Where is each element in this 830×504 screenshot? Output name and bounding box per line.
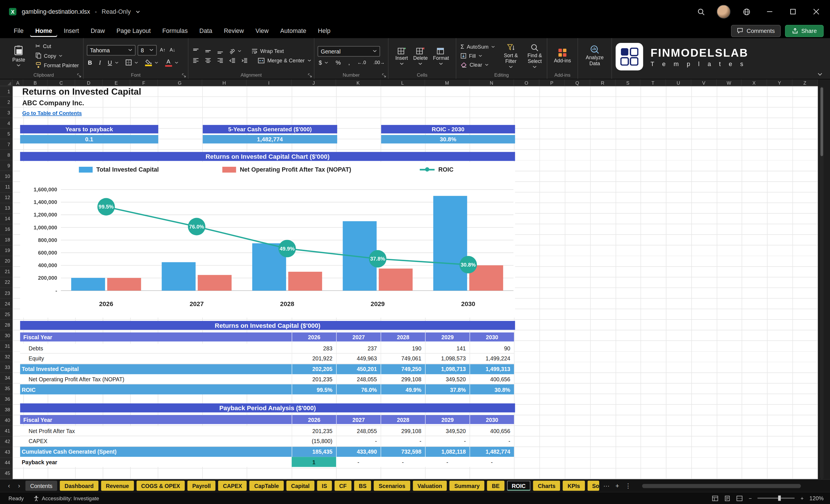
- zoom-in-button[interactable]: +: [801, 495, 804, 501]
- column-header-E[interactable]: E: [103, 80, 130, 86]
- cell[interactable]: 237: [336, 344, 380, 353]
- table-row-roic[interactable]: ROIC99.5%76.0%49.9%37.8%30.8%: [20, 384, 514, 395]
- row-header-12[interactable]: 12: [0, 192, 12, 203]
- table-row-net-profit-after-tax[interactable]: Net Profit After Tax201,235248,055299,10…: [20, 426, 514, 437]
- collapse-ribbon-icon[interactable]: [818, 73, 823, 76]
- fiscal-year-cell[interactable]: 2027: [336, 333, 380, 341]
- fiscal-year-cell[interactable]: 2026: [292, 415, 336, 424]
- sheet-nav-left-icon[interactable]: ‹: [5, 482, 13, 490]
- more-sheets-button[interactable]: ···: [602, 482, 611, 490]
- autosum-button[interactable]: ΣAutoSum: [459, 43, 496, 50]
- sort-filter-button[interactable]: Sort & Filter: [501, 43, 520, 68]
- sheet-tab-capex[interactable]: CAPEX: [218, 480, 247, 491]
- sheet-tab-so[interactable]: So: [587, 480, 599, 491]
- cell[interactable]: 400,656: [470, 374, 514, 384]
- cell[interactable]: 1,499,313: [470, 364, 514, 374]
- column-header-X[interactable]: X: [742, 80, 767, 86]
- sheet-tab-capital[interactable]: Capital: [286, 480, 314, 491]
- dialog-launcher-icon[interactable]: [308, 73, 312, 78]
- cell[interactable]: 433,490: [336, 446, 380, 457]
- user-avatar[interactable]: [717, 5, 731, 19]
- cell[interactable]: 732,598: [381, 446, 425, 457]
- sheet-tab-charts[interactable]: Charts: [533, 480, 560, 491]
- vertical-scrollbar[interactable]: [820, 86, 824, 479]
- cell[interactable]: 1,098,573: [425, 354, 469, 364]
- row-header-33[interactable]: 33: [0, 363, 12, 373]
- cell[interactable]: 37.8%: [425, 384, 469, 395]
- row-header-36[interactable]: 36: [0, 394, 12, 405]
- fiscal-year-cell[interactable]: 2029: [425, 333, 469, 341]
- row-header-18[interactable]: 18: [0, 235, 12, 245]
- column-header-I[interactable]: I: [247, 80, 291, 86]
- add-ins-button[interactable]: Add-ins: [554, 48, 571, 64]
- cell[interactable]: 1,098,713: [425, 364, 469, 374]
- page-layout-view-button[interactable]: [725, 495, 731, 501]
- font-family-select[interactable]: Tahoma: [87, 44, 135, 55]
- column-header-F[interactable]: F: [130, 80, 158, 86]
- sheet-tab-be[interactable]: BE: [487, 480, 504, 491]
- table-row-payback-year[interactable]: Payback year1----: [20, 457, 514, 467]
- clear-button[interactable]: Clear: [459, 62, 496, 68]
- zoom-slider-thumb[interactable]: [778, 496, 781, 501]
- cell[interactable]: 99.5%: [292, 384, 336, 395]
- column-header-Z[interactable]: Z: [793, 80, 818, 86]
- column-header-W[interactable]: W: [717, 80, 742, 86]
- column-header-H[interactable]: H: [202, 80, 247, 86]
- cell[interactable]: 49.9%: [381, 384, 425, 395]
- fill-color-button[interactable]: [144, 59, 159, 67]
- column-header-O[interactable]: O: [514, 80, 539, 86]
- font-color-button[interactable]: A: [164, 58, 179, 67]
- row-header-8[interactable]: 8: [0, 150, 12, 160]
- zoom-slider[interactable]: [758, 498, 795, 499]
- borders-button[interactable]: [124, 59, 139, 66]
- row-header-35[interactable]: 35: [0, 384, 12, 394]
- cell[interactable]: 1: [292, 457, 336, 467]
- cell[interactable]: (15,800): [292, 437, 336, 446]
- cell[interactable]: 30.8%: [470, 384, 514, 395]
- row-header-30[interactable]: 30: [0, 330, 12, 341]
- row-header-21[interactable]: 21: [0, 267, 12, 278]
- dialog-launcher-icon[interactable]: [77, 73, 82, 78]
- sheet-tab-cf[interactable]: CF: [334, 480, 351, 491]
- align-right-button[interactable]: [216, 57, 225, 64]
- decrease-indent-button[interactable]: [228, 57, 237, 64]
- row-header-43[interactable]: 43: [0, 447, 12, 458]
- table-row-total-invested-capital[interactable]: Total Invested Capital202,205450,201749,…: [20, 364, 514, 374]
- sheet-tab-valuation[interactable]: Valuation: [413, 480, 447, 491]
- menu-tab-home[interactable]: Home: [30, 25, 58, 37]
- format-cells-button[interactable]: Format: [433, 46, 449, 65]
- row-header-5[interactable]: 5: [0, 129, 12, 139]
- dialog-launcher-icon[interactable]: [182, 73, 187, 78]
- share-button[interactable]: Share: [785, 25, 824, 37]
- row-header-23[interactable]: 23: [0, 288, 12, 298]
- column-header-Q[interactable]: Q: [565, 80, 590, 86]
- row-header-28[interactable]: 28: [0, 320, 12, 330]
- paste-button[interactable]: Paste: [7, 45, 30, 67]
- accounting-format-button[interactable]: $: [317, 59, 329, 66]
- cell[interactable]: 90: [470, 344, 514, 353]
- row-header-45[interactable]: 45: [0, 469, 12, 479]
- zoom-out-button[interactable]: −: [749, 495, 752, 501]
- column-header-L[interactable]: L: [381, 80, 425, 86]
- cell[interactable]: 749,061: [381, 354, 425, 364]
- cell[interactable]: 202,205: [292, 364, 336, 374]
- fiscal-year-cell[interactable]: 2028: [381, 333, 425, 341]
- cell[interactable]: -: [470, 457, 514, 467]
- cell[interactable]: -: [336, 437, 380, 446]
- menu-tab-file[interactable]: File: [8, 25, 29, 37]
- row-header-14[interactable]: 14: [0, 214, 12, 224]
- insert-cells-button[interactable]: Insert: [395, 46, 408, 65]
- column-header-T[interactable]: T: [640, 80, 666, 86]
- cell[interactable]: 201,922: [292, 354, 336, 364]
- cell[interactable]: -: [381, 457, 425, 467]
- delete-cells-button[interactable]: Delete: [413, 46, 428, 65]
- row-header-9[interactable]: 9: [0, 160, 12, 171]
- row-header-34[interactable]: 34: [0, 373, 12, 384]
- cell[interactable]: -: [381, 437, 425, 446]
- column-header-Y[interactable]: Y: [767, 80, 793, 86]
- row-header-22[interactable]: 22: [0, 278, 12, 288]
- cell[interactable]: 248,055: [336, 374, 380, 384]
- row-header-40[interactable]: 40: [0, 415, 12, 426]
- menu-tab-review[interactable]: Review: [219, 25, 249, 37]
- sheet-tab-bs[interactable]: BS: [354, 480, 371, 491]
